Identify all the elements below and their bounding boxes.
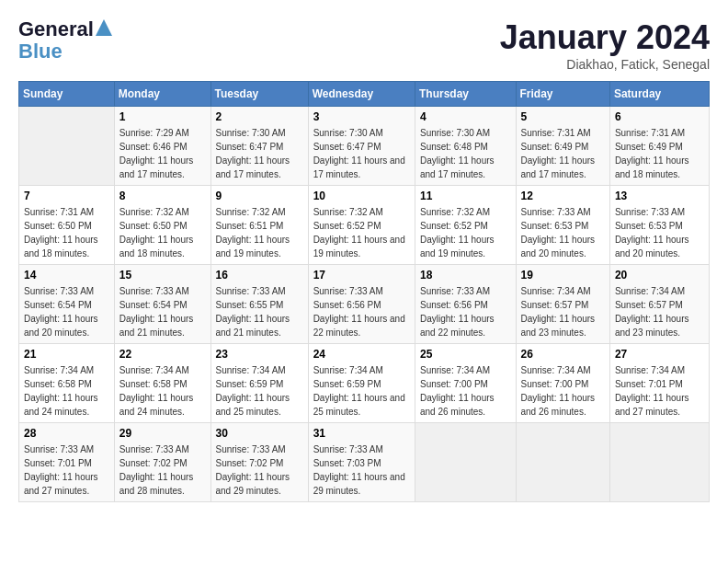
calendar-cell: 1Sunrise: 7:29 AMSunset: 6:46 PMDaylight… xyxy=(114,107,210,186)
day-info: Sunrise: 7:29 AMSunset: 6:46 PMDaylight:… xyxy=(119,126,206,181)
day-info: Sunrise: 7:34 AMSunset: 6:57 PMDaylight:… xyxy=(521,284,605,339)
day-number: 30 xyxy=(216,427,303,440)
calendar-table: SundayMondayTuesdayWednesdayThursdayFrid… xyxy=(18,81,710,502)
calendar-cell: 9Sunrise: 7:32 AMSunset: 6:51 PMDaylight… xyxy=(210,186,308,265)
day-info: Sunrise: 7:34 AMSunset: 6:57 PMDaylight:… xyxy=(615,284,704,339)
day-number: 5 xyxy=(521,110,605,123)
day-info: Sunrise: 7:32 AMSunset: 6:52 PMDaylight:… xyxy=(313,205,410,260)
weekday-header-row: SundayMondayTuesdayWednesdayThursdayFrid… xyxy=(19,82,710,107)
weekday-header-sunday: Sunday xyxy=(19,82,115,107)
day-number: 9 xyxy=(216,190,303,202)
day-number: 28 xyxy=(24,427,109,440)
day-info: Sunrise: 7:33 AMSunset: 7:02 PMDaylight:… xyxy=(119,442,206,498)
day-info: Sunrise: 7:30 AMSunset: 6:48 PMDaylight:… xyxy=(420,126,511,181)
calendar-cell: 27Sunrise: 7:34 AMSunset: 7:01 PMDayligh… xyxy=(609,344,709,423)
day-info: Sunrise: 7:33 AMSunset: 6:55 PMDaylight:… xyxy=(216,284,303,339)
calendar-cell xyxy=(19,107,115,186)
calendar-cell: 8Sunrise: 7:32 AMSunset: 6:50 PMDaylight… xyxy=(114,186,210,265)
day-number: 17 xyxy=(313,269,410,282)
day-number: 4 xyxy=(420,110,511,123)
day-info: Sunrise: 7:34 AMSunset: 6:59 PMDaylight:… xyxy=(216,363,303,419)
calendar-cell: 19Sunrise: 7:34 AMSunset: 6:57 PMDayligh… xyxy=(516,265,609,344)
weekday-header-thursday: Thursday xyxy=(415,82,516,107)
day-number: 24 xyxy=(313,348,410,361)
calendar-cell: 23Sunrise: 7:34 AMSunset: 6:59 PMDayligh… xyxy=(210,344,308,423)
day-number: 11 xyxy=(420,190,511,202)
calendar-week-row: 21Sunrise: 7:34 AMSunset: 6:58 PMDayligh… xyxy=(19,344,710,423)
day-number: 29 xyxy=(119,427,206,440)
calendar-cell: 21Sunrise: 7:34 AMSunset: 6:58 PMDayligh… xyxy=(19,344,115,423)
day-number: 31 xyxy=(313,427,410,440)
calendar-cell: 7Sunrise: 7:31 AMSunset: 6:50 PMDaylight… xyxy=(19,186,115,265)
day-info: Sunrise: 7:30 AMSunset: 6:47 PMDaylight:… xyxy=(216,126,303,181)
location: Diakhao, Fatick, Senegal xyxy=(500,57,710,72)
calendar-cell: 26Sunrise: 7:34 AMSunset: 7:00 PMDayligh… xyxy=(516,344,609,423)
day-number: 19 xyxy=(521,269,605,282)
day-number: 13 xyxy=(615,190,704,202)
day-info: Sunrise: 7:33 AMSunset: 6:54 PMDaylight:… xyxy=(119,284,206,339)
day-number: 14 xyxy=(24,269,109,282)
calendar-cell: 4Sunrise: 7:30 AMSunset: 6:48 PMDaylight… xyxy=(415,107,516,186)
day-info: Sunrise: 7:34 AMSunset: 6:58 PMDaylight:… xyxy=(119,363,206,419)
day-number: 1 xyxy=(119,110,206,123)
calendar-cell: 29Sunrise: 7:33 AMSunset: 7:02 PMDayligh… xyxy=(114,423,210,502)
calendar-week-row: 1Sunrise: 7:29 AMSunset: 6:46 PMDaylight… xyxy=(19,107,710,186)
day-info: Sunrise: 7:31 AMSunset: 6:49 PMDaylight:… xyxy=(521,126,605,181)
month-title: January 2024 xyxy=(500,18,710,57)
day-number: 15 xyxy=(119,269,206,282)
weekday-header-wednesday: Wednesday xyxy=(308,82,415,107)
day-info: Sunrise: 7:33 AMSunset: 6:56 PMDaylight:… xyxy=(420,284,511,339)
weekday-header-monday: Monday xyxy=(114,82,210,107)
calendar-cell: 16Sunrise: 7:33 AMSunset: 6:55 PMDayligh… xyxy=(210,265,308,344)
calendar-week-row: 28Sunrise: 7:33 AMSunset: 7:01 PMDayligh… xyxy=(19,423,710,502)
day-number: 6 xyxy=(615,110,704,123)
weekday-header-tuesday: Tuesday xyxy=(210,82,308,107)
day-number: 20 xyxy=(615,269,704,282)
calendar-cell: 2Sunrise: 7:30 AMSunset: 6:47 PMDaylight… xyxy=(210,107,308,186)
title-block: January 2024 Diakhao, Fatick, Senegal xyxy=(500,18,710,72)
logo-icon xyxy=(96,19,112,36)
day-info: Sunrise: 7:32 AMSunset: 6:52 PMDaylight:… xyxy=(420,205,511,260)
day-number: 25 xyxy=(420,348,511,361)
day-number: 8 xyxy=(119,190,206,202)
calendar-cell: 17Sunrise: 7:33 AMSunset: 6:56 PMDayligh… xyxy=(308,265,415,344)
day-info: Sunrise: 7:34 AMSunset: 6:59 PMDaylight:… xyxy=(313,363,410,419)
day-info: Sunrise: 7:33 AMSunset: 7:02 PMDaylight:… xyxy=(216,442,303,498)
calendar-cell xyxy=(516,423,609,502)
day-info: Sunrise: 7:33 AMSunset: 6:54 PMDaylight:… xyxy=(24,284,109,339)
calendar-cell: 5Sunrise: 7:31 AMSunset: 6:49 PMDaylight… xyxy=(516,107,609,186)
calendar-week-row: 14Sunrise: 7:33 AMSunset: 6:54 PMDayligh… xyxy=(19,265,710,344)
calendar-cell: 3Sunrise: 7:30 AMSunset: 6:47 PMDaylight… xyxy=(308,107,415,186)
day-info: Sunrise: 7:33 AMSunset: 7:03 PMDaylight:… xyxy=(313,442,410,498)
day-number: 3 xyxy=(313,110,410,123)
day-number: 21 xyxy=(24,348,109,361)
day-number: 10 xyxy=(313,190,410,202)
calendar-cell: 31Sunrise: 7:33 AMSunset: 7:03 PMDayligh… xyxy=(308,423,415,502)
calendar-cell: 22Sunrise: 7:34 AMSunset: 6:58 PMDayligh… xyxy=(114,344,210,423)
calendar-cell: 11Sunrise: 7:32 AMSunset: 6:52 PMDayligh… xyxy=(415,186,516,265)
calendar-cell: 25Sunrise: 7:34 AMSunset: 7:00 PMDayligh… xyxy=(415,344,516,423)
day-info: Sunrise: 7:32 AMSunset: 6:50 PMDaylight:… xyxy=(119,205,206,260)
calendar-cell xyxy=(609,423,709,502)
day-info: Sunrise: 7:32 AMSunset: 6:51 PMDaylight:… xyxy=(216,205,303,260)
calendar-cell: 18Sunrise: 7:33 AMSunset: 6:56 PMDayligh… xyxy=(415,265,516,344)
svg-marker-0 xyxy=(96,19,112,36)
calendar-cell: 10Sunrise: 7:32 AMSunset: 6:52 PMDayligh… xyxy=(308,186,415,265)
calendar-cell: 24Sunrise: 7:34 AMSunset: 6:59 PMDayligh… xyxy=(308,344,415,423)
day-info: Sunrise: 7:34 AMSunset: 6:58 PMDaylight:… xyxy=(24,363,109,419)
calendar-week-row: 7Sunrise: 7:31 AMSunset: 6:50 PMDaylight… xyxy=(19,186,710,265)
day-info: Sunrise: 7:31 AMSunset: 6:50 PMDaylight:… xyxy=(24,205,109,260)
day-info: Sunrise: 7:33 AMSunset: 6:53 PMDaylight:… xyxy=(615,205,704,260)
day-info: Sunrise: 7:31 AMSunset: 6:49 PMDaylight:… xyxy=(615,126,704,181)
calendar-cell: 20Sunrise: 7:34 AMSunset: 6:57 PMDayligh… xyxy=(609,265,709,344)
day-number: 23 xyxy=(216,348,303,361)
calendar-cell: 13Sunrise: 7:33 AMSunset: 6:53 PMDayligh… xyxy=(609,186,709,265)
calendar-cell: 14Sunrise: 7:33 AMSunset: 6:54 PMDayligh… xyxy=(19,265,115,344)
weekday-header-friday: Friday xyxy=(516,82,609,107)
day-number: 27 xyxy=(615,348,704,361)
day-number: 12 xyxy=(521,190,605,202)
calendar-cell: 30Sunrise: 7:33 AMSunset: 7:02 PMDayligh… xyxy=(210,423,308,502)
logo: GeneralBlue xyxy=(18,18,112,63)
day-info: Sunrise: 7:33 AMSunset: 7:01 PMDaylight:… xyxy=(24,442,109,498)
day-info: Sunrise: 7:34 AMSunset: 7:00 PMDaylight:… xyxy=(420,363,511,419)
